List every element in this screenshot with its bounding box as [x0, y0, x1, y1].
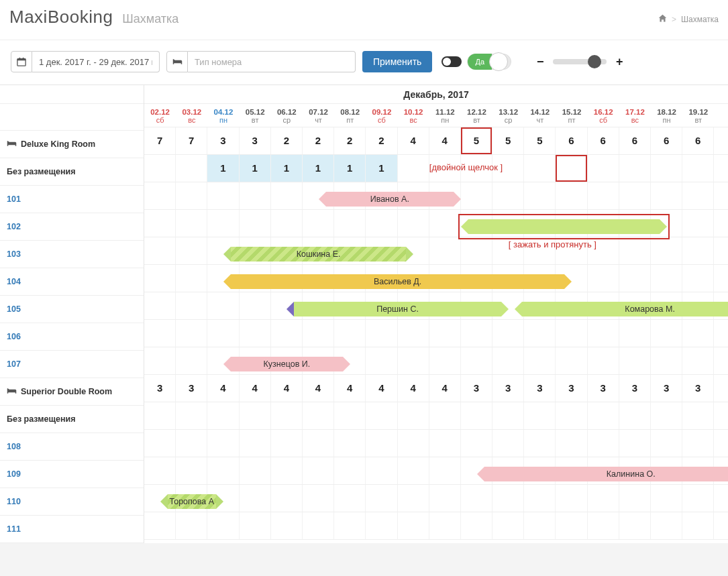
grid-cell[interactable] — [429, 237, 461, 264]
grid-cell[interactable] — [619, 430, 651, 457]
grid-cell[interactable] — [334, 430, 366, 457]
grid-cell[interactable] — [682, 320, 714, 347]
room-link[interactable]: 101 — [7, 194, 21, 204]
grid-cell[interactable] — [588, 320, 619, 347]
grid-cell[interactable] — [144, 457, 176, 484]
grid-cell[interactable] — [524, 237, 556, 264]
grid-cell[interactable] — [398, 210, 429, 237]
grid-cell[interactable] — [492, 320, 524, 347]
calendar-cells[interactable]: Декабрь, 2017 02.12сб03.12вс04.12пн05.12… — [144, 85, 728, 543]
grid-cell[interactable] — [207, 457, 239, 484]
day-header[interactable]: 06.12ср — [271, 104, 303, 127]
grid-cell[interactable] — [334, 512, 366, 539]
grid-cell[interactable] — [366, 457, 397, 484]
grid-cell[interactable] — [271, 320, 303, 347]
booking-bar[interactable]: Иванов А. — [326, 192, 454, 207]
booking-bar[interactable]: Торопова А — [168, 494, 216, 509]
grid-cell[interactable] — [556, 485, 587, 512]
room-row[interactable]: 106 — [0, 323, 144, 351]
grid-cell[interactable] — [588, 430, 619, 457]
grid-cell[interactable] — [271, 485, 303, 512]
booking-bar[interactable] — [468, 219, 660, 234]
day-header[interactable]: 07.12чт — [303, 104, 334, 127]
grid-cell[interactable] — [207, 292, 239, 319]
grid-cell[interactable] — [492, 512, 524, 539]
grid-cell[interactable] — [651, 347, 682, 374]
grid-cell[interactable] — [240, 430, 271, 457]
grid-cell[interactable] — [271, 182, 303, 209]
grid-cell[interactable] — [556, 512, 587, 539]
grid-cell[interactable] — [303, 457, 334, 484]
grid-cell[interactable] — [303, 485, 334, 512]
grid-cell[interactable] — [176, 512, 207, 539]
grid-cell[interactable] — [207, 430, 239, 457]
grid-cell[interactable] — [524, 347, 556, 374]
grid-cell[interactable] — [271, 210, 303, 237]
grid-cell[interactable] — [240, 292, 271, 319]
grid-cell[interactable] — [492, 485, 524, 512]
grid-cell[interactable] — [429, 485, 461, 512]
grid-cell[interactable] — [588, 512, 619, 539]
grid-cell[interactable] — [176, 292, 207, 319]
grid-cell[interactable] — [176, 430, 207, 457]
grid-cell[interactable] — [176, 237, 207, 264]
day-header[interactable]: 17.12вс — [619, 104, 651, 127]
grid-cell[interactable] — [682, 210, 714, 237]
room-link[interactable]: 110 — [7, 497, 21, 506]
grid-cell[interactable] — [366, 320, 397, 347]
room-link[interactable]: 109 — [7, 469, 21, 479]
yes-toggle[interactable]: Да — [467, 54, 511, 70]
grid-cell[interactable] — [682, 347, 714, 374]
room-link[interactable]: 103 — [7, 249, 21, 259]
grid-cell[interactable] — [556, 430, 587, 457]
day-header[interactable]: 09.12сб — [366, 104, 397, 127]
grid-cell[interactable] — [651, 512, 682, 539]
day-header[interactable]: 15.12пт — [556, 104, 587, 127]
grid-cell[interactable] — [144, 182, 176, 209]
grid-cell[interactable] — [144, 292, 176, 319]
booking-bar[interactable]: Першин С. — [294, 302, 501, 316]
grid-cell[interactable] — [303, 430, 334, 457]
day-header[interactable]: 08.12пт — [334, 104, 366, 127]
grid-cell[interactable] — [461, 512, 492, 539]
zoom-in-button[interactable]: + — [613, 55, 625, 69]
room-row[interactable]: 103 — [0, 241, 144, 268]
room-row[interactable]: 110 — [0, 488, 144, 516]
grid-cell[interactable] — [651, 485, 682, 512]
room-row[interactable]: 105 — [0, 296, 144, 323]
grid-cell[interactable] — [461, 430, 492, 457]
grid-cell[interactable] — [461, 320, 492, 347]
grid-cell[interactable] — [144, 347, 176, 374]
grid-cell[interactable] — [334, 485, 366, 512]
room-row[interactable]: 109 — [0, 461, 144, 488]
grid-cell[interactable] — [144, 210, 176, 237]
grid-cell[interactable] — [461, 237, 492, 264]
zoom-slider[interactable] — [553, 59, 607, 64]
grid-cell[interactable] — [556, 237, 587, 264]
room-cells-row[interactable] — [144, 485, 728, 512]
grid-cell[interactable] — [240, 210, 271, 237]
grid-cell[interactable] — [271, 430, 303, 457]
grid-cell[interactable] — [429, 430, 461, 457]
zoom-slider-thumb[interactable] — [588, 55, 601, 68]
grid-cell[interactable] — [588, 347, 619, 374]
room-row[interactable]: 101 — [0, 186, 144, 213]
grid-cell[interactable] — [429, 210, 461, 237]
grid-cell[interactable] — [429, 347, 461, 374]
day-header[interactable]: 12.12вт — [461, 104, 492, 127]
apply-button[interactable]: Применить — [362, 51, 432, 72]
day-header[interactable]: 16.12сб — [588, 104, 619, 127]
grid-cell[interactable] — [619, 485, 651, 512]
grid-cell[interactable] — [682, 485, 714, 512]
room-link[interactable]: 107 — [7, 359, 21, 369]
room-row[interactable]: 104 — [0, 268, 144, 296]
room-cells-row[interactable] — [144, 430, 728, 457]
room-row[interactable]: 107 — [0, 351, 144, 378]
grid-cell[interactable] — [524, 512, 556, 539]
grid-cell[interactable] — [176, 347, 207, 374]
grid-cell[interactable] — [271, 457, 303, 484]
grid-cell[interactable] — [619, 237, 651, 264]
bed-icon[interactable] — [166, 51, 188, 72]
grid-cell[interactable] — [303, 320, 334, 347]
grid-cell[interactable] — [366, 347, 397, 374]
